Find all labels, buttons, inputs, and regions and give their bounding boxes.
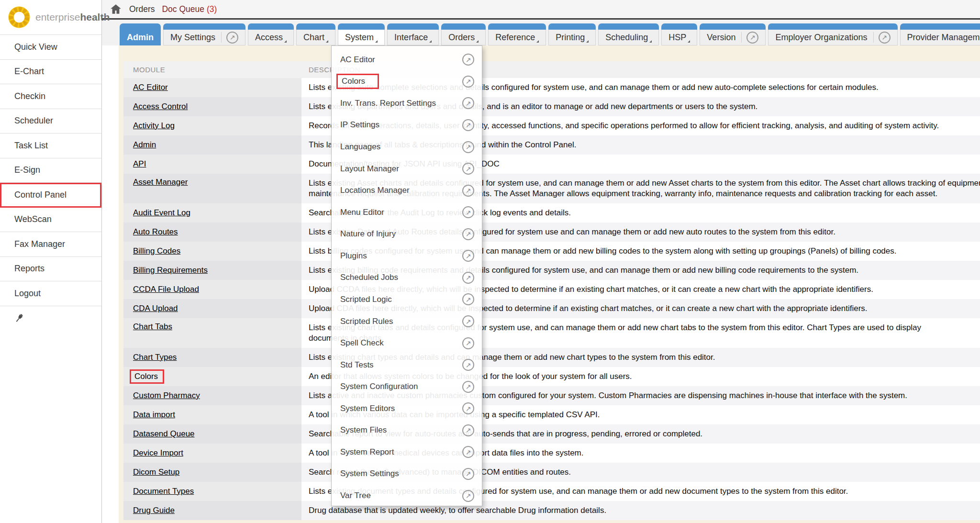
module-link-billing-requirements[interactable]: Billing Requirements (133, 266, 208, 275)
sidebar-item-webscan[interactable]: WebScan (0, 208, 101, 233)
pin-icon[interactable] (13, 312, 25, 324)
menu-item-languages[interactable]: Languages↗ (332, 136, 482, 158)
open-in-new-icon[interactable]: ↗ (462, 163, 474, 175)
menu-item-ac-editor[interactable]: AC Editor↗ (332, 49, 482, 71)
sidebar-item-reports[interactable]: Reports (0, 257, 101, 282)
menu-item-scripted-logic[interactable]: Scripted Logic↗ (332, 289, 482, 311)
module-link-drug-guide[interactable]: Drug Guide (133, 506, 175, 515)
module-link-colors[interactable]: Colors (133, 369, 164, 384)
home-icon[interactable] (110, 3, 122, 15)
menu-item-var-tree[interactable]: Var Tree↗ (332, 485, 482, 507)
sidebar-item-e-sign[interactable]: E-Sign (0, 158, 101, 183)
tab-system[interactable]: System (338, 23, 385, 45)
module-link-billing-codes[interactable]: Billing Codes (133, 246, 180, 256)
menu-item-system-report[interactable]: System Report↗ (332, 441, 482, 463)
tab-interface[interactable]: Interface (387, 23, 439, 45)
open-in-new-icon[interactable]: ↗ (462, 250, 474, 262)
menu-item-locations-manager[interactable]: Locations Manager↗ (332, 179, 482, 201)
tab-admin[interactable]: Admin (120, 23, 161, 45)
sidebar-item-scheduler[interactable]: Scheduler (0, 109, 101, 134)
module-link-ccda-file-upload[interactable]: CCDA File Upload (133, 285, 199, 294)
module-link-cda-upload[interactable]: CDA Upload (133, 304, 178, 313)
tab-scheduling[interactable]: Scheduling (598, 23, 659, 45)
open-in-new-icon[interactable]: ↗ (462, 424, 474, 436)
menu-item-label: Inv. Trans. Report Settings (340, 99, 436, 108)
open-in-new-icon[interactable]: ↗ (462, 490, 474, 502)
sidebar-item-e-chart[interactable]: E-Chart (0, 60, 101, 85)
tab-access[interactable]: Access (248, 23, 294, 45)
open-in-new-icon[interactable]: ↗ (462, 359, 474, 371)
module-link-ac-editor[interactable]: AC Editor (133, 83, 168, 92)
menu-item-scheduled-jobs[interactable]: Scheduled Jobs↗ (332, 267, 482, 289)
module-link-dicom-setup[interactable]: Dicom Setup (133, 467, 179, 477)
sidebar-item-logout[interactable]: Logout (0, 281, 101, 306)
module-link-document-types[interactable]: Document Types (133, 487, 194, 496)
open-in-new-icon[interactable]: ↗ (462, 206, 474, 218)
open-in-new-icon[interactable]: ↗ (462, 54, 474, 66)
menu-item-colors[interactable]: Colors↗ (332, 71, 482, 93)
menu-item-std-tests[interactable]: Std Tests↗ (332, 354, 482, 376)
tab-reference[interactable]: Reference (488, 23, 546, 45)
sidebar-item-fax-manager[interactable]: Fax Manager (0, 232, 101, 257)
open-in-new-icon[interactable]: ↗ (879, 32, 891, 44)
menu-item-scripted-rules[interactable]: Scripted Rules↗ (332, 311, 482, 333)
open-in-new-icon[interactable]: ↗ (462, 337, 474, 349)
module-link-auto-routes[interactable]: Auto Routes (133, 227, 178, 237)
menu-item-system-editors[interactable]: System Editors↗ (332, 398, 482, 420)
open-in-new-icon[interactable]: ↗ (462, 76, 474, 88)
module-link-datasend-queue[interactable]: Datasend Queue (133, 429, 195, 439)
menu-item-system-settings[interactable]: System Settings↗ (332, 463, 482, 485)
sidebar-item-quick-view[interactable]: Quick View (0, 35, 101, 60)
module-link-api[interactable]: API (133, 159, 146, 169)
menu-item-label: Spell Check (340, 338, 384, 348)
open-in-new-icon[interactable]: ↗ (462, 446, 474, 458)
open-in-new-icon[interactable]: ↗ (226, 32, 238, 44)
open-in-new-icon[interactable]: ↗ (462, 293, 474, 305)
breadcrumb-orders[interactable]: Orders (129, 4, 155, 14)
open-in-new-icon[interactable]: ↗ (462, 315, 474, 327)
menu-item-plugins[interactable]: Plugins↗ (332, 245, 482, 267)
menu-item-system-files[interactable]: System Files↗ (332, 420, 482, 442)
open-in-new-icon[interactable]: ↗ (462, 185, 474, 197)
module-link-asset-manager[interactable]: Asset Manager (133, 178, 188, 187)
tab-provider-management[interactable]: Provider Management↗ (900, 23, 980, 45)
tab-hsp[interactable]: HSP (661, 23, 697, 45)
open-in-new-icon[interactable]: ↗ (462, 228, 474, 240)
tab-label: My Settings (170, 33, 215, 43)
module-link-chart-types[interactable]: Chart Types (133, 353, 177, 362)
menu-item-menu-editor[interactable]: Menu Editor↗ (332, 201, 482, 223)
open-in-new-icon[interactable]: ↗ (462, 272, 474, 284)
menu-item-nature-of-injury[interactable]: Nature of Injury↗ (332, 223, 482, 245)
open-in-new-icon[interactable]: ↗ (462, 468, 474, 480)
menu-item-spell-check[interactable]: Spell Check↗ (332, 332, 482, 354)
breadcrumb-doc-queue[interactable]: Doc Queue (3) (162, 4, 217, 14)
open-in-new-icon[interactable]: ↗ (462, 402, 474, 414)
open-in-new-icon[interactable]: ↗ (462, 141, 474, 153)
module-link-data-import[interactable]: Data import (133, 410, 175, 420)
menu-item-system-configuration[interactable]: System Configuration↗ (332, 376, 482, 398)
sidebar-item-checkin[interactable]: Checkin (0, 84, 101, 109)
table-row: Audit Event LogSearchable report for the… (123, 203, 980, 223)
open-in-new-icon[interactable]: ↗ (462, 119, 474, 131)
module-link-access-control[interactable]: Access Control (133, 102, 188, 111)
tab-version[interactable]: Version↗ (700, 23, 766, 45)
open-in-new-icon[interactable]: ↗ (462, 381, 474, 393)
menu-item-layout-manager[interactable]: Layout Manager↗ (332, 158, 482, 180)
menu-item-ip-settings[interactable]: IP Settings↗ (332, 114, 482, 136)
open-in-new-icon[interactable]: ↗ (462, 97, 474, 109)
tab-printing[interactable]: Printing (548, 23, 596, 45)
sidebar-item-control-panel[interactable]: Control Panel (0, 183, 101, 208)
module-link-device-import[interactable]: Device Import (133, 448, 183, 458)
tab-employer-organizations[interactable]: Employer Organizations↗ (768, 23, 897, 45)
module-link-activity-log[interactable]: Activity Log (133, 121, 175, 131)
tab-my-settings[interactable]: My Settings↗ (163, 23, 245, 45)
menu-item-inv-trans-report-settings[interactable]: Inv. Trans. Report Settings↗ (332, 92, 482, 114)
module-link-custom-pharmacy[interactable]: Custom Pharmacy (133, 391, 200, 401)
tab-orders[interactable]: Orders (441, 23, 486, 45)
tab-chart[interactable]: Chart (296, 23, 335, 45)
module-link-chart-tabs[interactable]: Chart Tabs (133, 322, 172, 332)
module-link-admin[interactable]: Admin (133, 140, 156, 150)
open-in-new-icon[interactable]: ↗ (746, 32, 758, 44)
module-link-audit-event-log[interactable]: Audit Event Log (133, 208, 190, 218)
sidebar-item-task-list[interactable]: Task List (0, 134, 101, 158)
